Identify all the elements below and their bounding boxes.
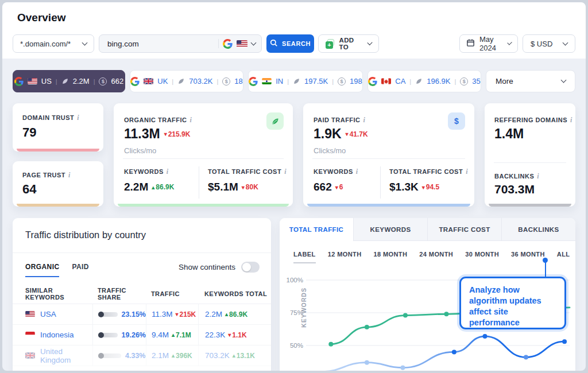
traffic-delta: ▴396K [172, 352, 192, 360]
country-link[interactable]: USA [40, 310, 56, 318]
more-countries-dropdown[interactable]: More [486, 70, 575, 92]
country-tab-uk[interactable]: UK | 703.2K | $ 18 [130, 70, 243, 92]
keywords-delta: ▴13.1K [233, 352, 255, 360]
info-icon[interactable]: i [68, 171, 71, 180]
search-button[interactable]: SEARCH [266, 34, 314, 53]
tab-keywords[interactable]: KEYWORDS [353, 218, 427, 241]
svg-text:50%: 50% [290, 342, 303, 349]
show-continents-toggle[interactable] [241, 262, 260, 273]
chevron-down-icon [561, 77, 567, 83]
range-18-month[interactable]: 18 MONTH [374, 251, 408, 263]
range-12-month[interactable]: 12 MONTH [328, 251, 362, 263]
country-tab-ca[interactable]: CA | 196.9K | $ 35 [368, 70, 481, 92]
organic-traffic-unit: Clicks/mo [124, 146, 156, 155]
paid-strip [307, 204, 470, 207]
cost-coin-icon: $ [222, 77, 230, 86]
currency-selector[interactable]: $ USD [523, 34, 575, 53]
tab-total-traffic[interactable]: TOTAL TRAFFIC [280, 218, 353, 241]
traffic-value[interactable]: 11.3M [152, 310, 173, 318]
range-30-month[interactable]: 30 MONTH [465, 251, 499, 263]
chevron-down-icon [367, 40, 373, 45]
tab-traffic-cost[interactable]: TRAFFIC COST [427, 218, 501, 241]
range-all[interactable]: ALL [557, 251, 570, 263]
divider: | [172, 78, 173, 85]
organic-keywords-value: 2.2M [124, 181, 148, 193]
organic-leaf-icon [177, 77, 185, 85]
divider: | [287, 78, 289, 85]
traffic-value[interactable]: 9.4M [152, 331, 169, 339]
col-traffic: TRAFFIC [146, 283, 198, 304]
range-label[interactable]: LABEL [293, 251, 316, 263]
links-strip [489, 204, 571, 207]
info-icon[interactable]: i [77, 114, 79, 122]
google-logo-icon [223, 39, 233, 49]
info-icon[interactable]: i [570, 116, 572, 125]
domain-trust-value: 79 [22, 125, 36, 140]
organic-cost-delta: ▾80K [242, 183, 258, 191]
organic-cost-value: $5.1M [208, 181, 238, 193]
keywords-value[interactable]: 703.2K [205, 351, 230, 360]
date-selector[interactable]: May 2024 [459, 34, 518, 53]
info-icon[interactable]: i [356, 168, 358, 176]
tab-paid[interactable]: PAID [72, 263, 88, 277]
trend-chart-panel: TOTAL TRAFFIC KEYWORDS TRAFFIC COST BACK… [280, 218, 575, 373]
paid-keywords-delta: ▾6 [335, 183, 343, 191]
divider [13, 252, 271, 253]
protocol-selector[interactable]: *.domain.com/* [13, 34, 94, 53]
organic-cost-label: TOTAL TRAFFIC COST [208, 168, 281, 175]
country-tab-in[interactable]: IN | 197.5K | $ 198 [248, 70, 363, 92]
links-card: REFFERING DOMAINS i 1.4M BACKLINKS i 703… [485, 103, 575, 207]
search-input[interactable] [107, 40, 194, 48]
info-icon[interactable]: i [167, 168, 169, 176]
range-24-month[interactable]: 24 MONTH [419, 251, 453, 263]
currency-selector-value: $ USD [531, 40, 552, 48]
range-36-month[interactable]: 36 MONTH [511, 251, 545, 263]
trust-strip [17, 149, 99, 151]
country-link[interactable]: United Kingdom [40, 347, 92, 364]
add-to-icon: + [326, 39, 334, 49]
divider [380, 166, 381, 199]
tab-backlinks[interactable]: BACKLINKS [501, 218, 575, 241]
tab-organic[interactable]: ORGANIC [25, 263, 59, 277]
organic-traffic-value: 11.3M [124, 126, 160, 142]
keywords-delta: ▴86.9K [225, 310, 247, 318]
organic-leaf-icon [415, 77, 423, 85]
divider: | [56, 78, 57, 85]
range-selector: LABEL 12 MONTH 18 MONTH 24 MONTH 30 MONT… [293, 251, 570, 263]
divider [123, 158, 284, 159]
keywords-delta: ▾1.1K [228, 331, 246, 339]
organic-traffic-value: 703.2K [189, 77, 212, 86]
info-icon[interactable]: i [284, 168, 287, 176]
info-icon[interactable]: i [466, 168, 468, 176]
country-code: IN [276, 77, 283, 86]
table-row: United Kingdom 4.33% 2.1M ▴396K 703.2K ▴… [13, 345, 271, 366]
app-window: Overview *.domain.com/* SEARCH + [0, 0, 588, 373]
country-code: UK [157, 77, 168, 86]
referring-domains-label: REFFERING DOMAINS [494, 116, 567, 123]
info-icon[interactable]: i [363, 116, 366, 125]
info-icon[interactable]: i [190, 116, 192, 125]
divider [199, 166, 199, 199]
keywords-value[interactable]: 22.3K [205, 331, 225, 339]
search-button-label: SEARCH [282, 40, 311, 47]
search-engine-selector[interactable] [218, 39, 256, 49]
paid-traffic-unit: Clicks/mo [314, 146, 346, 155]
keywords-value[interactable]: 2.2M [205, 310, 222, 318]
google-logo-icon [130, 77, 140, 86]
cost-coin-icon: $ [460, 77, 468, 86]
country-tab-us[interactable]: US | 2.2M | $ 662 [13, 70, 125, 92]
header: Overview *.domain.com/* SEARCH + [2, 2, 586, 59]
paid-traffic-card: PAID TRAFFIC i 1.9K ▾41.7K Clicks/mo $ K… [303, 103, 474, 207]
divider: | [94, 78, 95, 85]
traffic-value[interactable]: 2.1M [152, 351, 169, 360]
info-icon[interactable]: i [537, 172, 539, 181]
country-link[interactable]: Indonesia [40, 331, 74, 339]
organic-traffic-delta: ▾215.9K [164, 130, 191, 138]
organic-keywords-label: KEYWORDS [124, 168, 164, 175]
search-field[interactable] [99, 34, 262, 53]
divider: | [332, 78, 334, 85]
us-flag-icon [25, 311, 35, 317]
tooltip-stem [545, 262, 546, 277]
add-to-button[interactable]: + ADD TO [318, 34, 379, 53]
paid-traffic-value: 662 [111, 77, 123, 86]
